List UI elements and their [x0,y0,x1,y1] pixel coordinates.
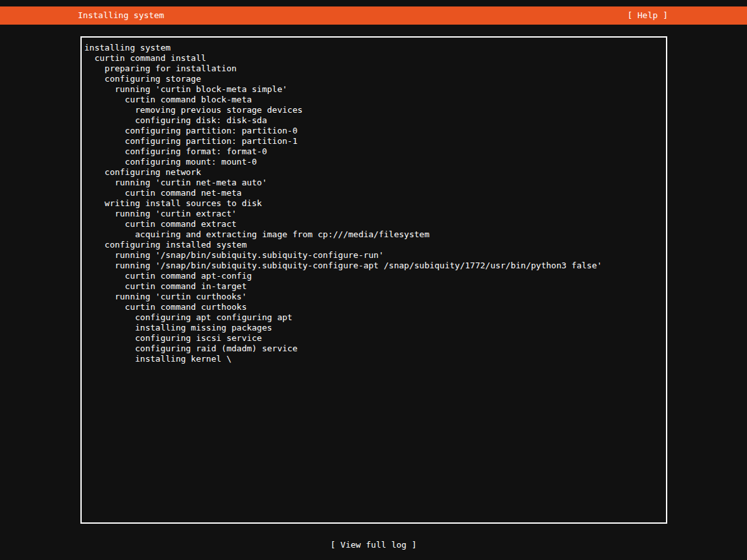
log-line: writing install sources to disk [84,198,663,209]
log-line: acquiring and extracting image from cp:/… [84,229,663,240]
log-line: running 'curtin block-meta simple' [84,84,663,95]
log-line: running '/snap/bin/subiquity.subiquity-c… [84,250,663,261]
log-line: configuring format: format-0 [84,146,663,157]
log-line: installing system [84,43,663,53]
help-button[interactable]: [ Help ] [627,6,668,25]
view-full-log-button[interactable]: [ View full log ] [330,540,416,550]
log-line: curtin command install [84,53,663,64]
log-line: running 'curtin extract' [84,209,663,219]
install-log-panel[interactable]: installing system curtin command install… [80,36,667,524]
log-line: curtin command in-target [84,281,663,292]
log-lines: installing system curtin command install… [84,43,663,364]
log-line: configuring network [84,167,663,178]
log-line: curtin command extract [84,219,663,229]
log-line: running 'curtin curthooks' [84,292,663,302]
log-line: installing kernel \ [84,354,663,364]
log-line: configuring mount: mount-0 [84,157,663,167]
log-line: curtin command curthooks [84,302,663,312]
log-line: running '/snap/bin/subiquity.subiquity-c… [84,261,663,271]
log-line: configuring apt configuring apt [84,312,663,323]
log-line: configuring raid (mdadm) service [84,344,663,354]
header-bar: Installing system [ Help ] [0,6,747,25]
log-line: configuring disk: disk-sda [84,115,663,126]
log-line: curtin command block-meta [84,95,663,105]
log-line: configuring storage [84,74,663,84]
installer-screen: Installing system [ Help ] installing sy… [0,0,747,560]
page-title: Installing system [78,6,164,25]
log-line: running 'curtin net-meta auto' [84,178,663,188]
log-line: configuring partition: partition-0 [84,126,663,136]
footer: [ View full log ] [0,540,747,550]
log-line: installing missing packages [84,323,663,333]
log-line: preparing for installation [84,64,663,74]
log-line: removing previous storage devices [84,105,663,115]
log-line: curtin command apt-config [84,271,663,281]
log-line: curtin command net-meta [84,188,663,198]
log-line: configuring partition: partition-1 [84,136,663,146]
log-line: configuring iscsi service [84,333,663,344]
log-line: configuring installed system [84,240,663,250]
